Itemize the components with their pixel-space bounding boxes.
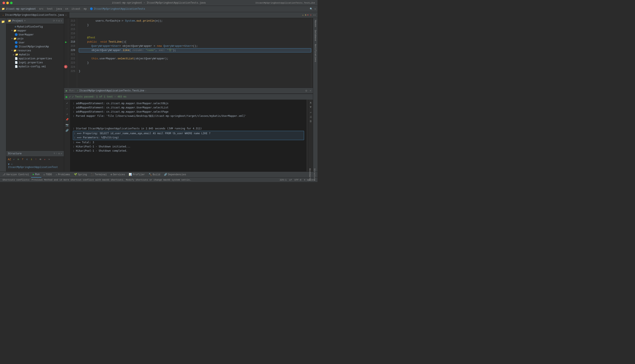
structure-sort-icon[interactable]: ↕ bbox=[56, 152, 57, 155]
run-body: ✓ ✓ ↺ 📌 📷 🔗 : addMappedStatement: cn.itc… bbox=[64, 100, 313, 172]
tree-item-itcastapp[interactable]: 🔵 ItcastMpSpringbootAp bbox=[6, 45, 64, 49]
run-collapse-icon[interactable]: ✕ bbox=[310, 89, 311, 92]
struct-filter-icon[interactable]: ⚡ bbox=[12, 158, 16, 161]
tree-item-mybatis[interactable]: ▶ 📁 mybatis bbox=[6, 53, 64, 56]
encoding[interactable]: UTF-8 bbox=[294, 179, 301, 181]
run-tab-close[interactable]: ✕ bbox=[145, 90, 146, 92]
nav-bar: 📁 itcast-mp-springboot › src › test › ja… bbox=[0, 6, 317, 12]
tree-item-usermapper[interactable]: 🔵 UserMapper bbox=[6, 33, 64, 37]
tree-item-resources[interactable]: ▼ 📁 resources bbox=[6, 49, 64, 53]
scroll-up-icon[interactable]: ▲ bbox=[310, 101, 311, 104]
tree-item-pojo[interactable]: ▼ 📁 pojo bbox=[6, 37, 64, 41]
tree-item-log4j[interactable]: 📄 log4j.properties bbox=[6, 60, 64, 64]
code-line-223: } bbox=[79, 61, 311, 65]
bottom-tab-todo[interactable]: ☑ TODO bbox=[42, 172, 54, 178]
indentation[interactable]: 4 spaces bbox=[304, 179, 315, 181]
line-num-221: 221 bbox=[68, 52, 75, 56]
bottom-tab-version-control[interactable]: ⎇ Version Control bbox=[1, 172, 31, 178]
bottom-tab-services[interactable]: ⚙ Services bbox=[109, 172, 127, 178]
status-bar: Shortcuts conflicts: Previous Method and… bbox=[0, 178, 317, 182]
cursor-position[interactable]: 225:1 bbox=[280, 179, 287, 181]
tab-close-icon[interactable]: ✕ bbox=[65, 14, 67, 16]
structure-item[interactable]: ▼ ○ ItcastMpSpringbootApplicationTest bbox=[8, 163, 58, 169]
struct-eye-icon[interactable]: 👁 bbox=[39, 158, 42, 161]
dropdown-icon[interactable]: ▼ bbox=[24, 20, 26, 22]
close-panel-icon[interactable]: ✕ bbox=[61, 19, 62, 22]
status-left: Shortcuts conflicts: Previous Method and… bbox=[3, 179, 191, 181]
bottom-tab-dependencies[interactable]: 🔗 Dependencies bbox=[162, 172, 188, 178]
collapse-icon[interactable]: ≡ bbox=[56, 19, 57, 22]
run-tab[interactable]: ✓ ItcastMpSpringbootApplicationTests.Tes… bbox=[77, 89, 146, 92]
wrap-icon[interactable]: ⇌ bbox=[310, 111, 311, 114]
title-bar-left bbox=[3, 2, 13, 4]
run-play-button[interactable]: ▶ bbox=[66, 95, 68, 99]
struct-error-icon[interactable]: ! bbox=[34, 158, 38, 161]
notifications-panel-tab[interactable]: Notifications bbox=[314, 43, 317, 63]
line-num-218: 218 bbox=[68, 40, 75, 44]
gutter-213 bbox=[64, 19, 68, 23]
run-line-3: : addMappedStatement: cn.itcast.mp.mappe… bbox=[73, 110, 304, 114]
run-link-icon[interactable]: 🔗 bbox=[65, 128, 70, 133]
tab-main-file[interactable]: ☕ ItcastMpSpringbootApplicationTests.jav… bbox=[0, 12, 69, 18]
run-check-all-icon[interactable]: ✓ bbox=[65, 106, 70, 111]
scroll-down-icon[interactable]: ▼ bbox=[310, 106, 311, 109]
bottom-tab-terminal[interactable]: ⬛ Terminal bbox=[89, 172, 109, 178]
line-num-225: 225 bbox=[68, 69, 75, 74]
breadcrumb-file[interactable]: 🔵 ItcastMpSpringbootApplicationTests bbox=[90, 7, 145, 10]
database-panel-tab[interactable]: Database bbox=[314, 29, 317, 42]
run-rerun-icon[interactable]: ↺ bbox=[65, 112, 70, 116]
sync-icon[interactable]: ⟳ bbox=[53, 19, 55, 22]
struct-method-icon[interactable]: m bbox=[16, 158, 20, 161]
bottom-tab-build[interactable]: 🔨 Build bbox=[147, 172, 162, 178]
gutter-218[interactable]: ▶ bbox=[64, 40, 68, 44]
struct-more-icon[interactable]: » bbox=[47, 158, 51, 161]
main-content: 📁 📁 Project ▼ ⟳ ≡ ⚙ ✕ ⚙ MybatisPlusConfi… bbox=[0, 18, 317, 172]
structure-header-icons[interactable]: ≡ ↕ ⚙ ✕ bbox=[54, 152, 62, 155]
sidebar-icon-project[interactable]: 📁 bbox=[1, 19, 6, 24]
tree-item-mybatis-config[interactable]: 📄 mybatis-config.xml bbox=[6, 64, 64, 68]
run-settings-icon[interactable]: ⚙ bbox=[305, 89, 307, 92]
minimize-button[interactable] bbox=[6, 2, 9, 4]
run-scrollbar[interactable] bbox=[307, 100, 308, 172]
project-panel-title: 📁 Project ▼ bbox=[8, 19, 26, 22]
settings-icon[interactable]: ⚙ bbox=[314, 8, 316, 10]
run-pin-icon[interactable]: 📌 bbox=[65, 117, 70, 122]
trash-icon[interactable]: 🗑 bbox=[310, 120, 312, 123]
code-line-225: } bbox=[79, 69, 311, 74]
struct-interface-icon[interactable]: i bbox=[30, 158, 33, 161]
tree-item-mapper[interactable]: ▼ 📁 mapper bbox=[6, 29, 64, 33]
print-icon[interactable]: 🖨 bbox=[310, 115, 312, 118]
project-name[interactable]: 📁 itcast-mp-springboot bbox=[2, 7, 36, 10]
maximize-button[interactable] bbox=[10, 2, 13, 4]
run-camera-icon[interactable]: 📷 bbox=[65, 123, 70, 127]
bottom-tab-run[interactable]: ▶ Run bbox=[31, 172, 41, 178]
structure-close-icon[interactable]: ✕ bbox=[61, 152, 62, 155]
structure-list-icon[interactable]: ≡ bbox=[54, 152, 55, 155]
panel-header-icons[interactable]: ⟳ ≡ ⚙ ✕ bbox=[53, 19, 62, 22]
tree-item-mybatisplusconfig[interactable]: ⚙ MybatisPlusConfig bbox=[6, 25, 64, 29]
unfold-icon[interactable]: ∨ bbox=[314, 14, 316, 16]
maven-panel-tab[interactable]: Maven bbox=[314, 19, 317, 28]
structure-settings-icon[interactable]: ⚙ bbox=[58, 152, 60, 155]
search-icon[interactable]: 🔍 bbox=[310, 8, 313, 10]
code-line-213: users.forEach(e-> System.out.println(e))… bbox=[79, 19, 311, 23]
run-filter-icon[interactable]: ✓ bbox=[65, 101, 70, 106]
code-content[interactable]: users.forEach(e-> System.out.println(e))… bbox=[77, 18, 311, 88]
close-button[interactable] bbox=[3, 2, 5, 4]
tree-item-user[interactable]: 🔵 User bbox=[6, 41, 64, 45]
bottom-tab-spring[interactable]: 🌱 Spring bbox=[72, 172, 89, 178]
struct-class-icon[interactable]: c bbox=[25, 158, 29, 161]
run-icon-header[interactable]: ▶ bbox=[66, 89, 67, 92]
line-ending[interactable]: LF bbox=[289, 179, 292, 181]
traffic-lights[interactable] bbox=[3, 2, 13, 4]
struct-field-icon[interactable]: f bbox=[21, 158, 25, 161]
editor-scrollbar[interactable] bbox=[311, 18, 313, 88]
tree-item-application-properties[interactable]: 📄 application.properties bbox=[6, 56, 64, 60]
nav-actions[interactable]: 🔍 ⚙ bbox=[310, 8, 316, 10]
struct-sort-alpha-icon[interactable]: AZ bbox=[8, 158, 11, 161]
bottom-tab-profiler[interactable]: 📊 Profiler bbox=[127, 172, 147, 178]
filter-icon[interactable]: ⚙ bbox=[58, 19, 60, 22]
bottom-tab-problems[interactable]: ⚠ Problems bbox=[54, 172, 72, 178]
struct-x-icon[interactable]: ✕ bbox=[43, 158, 47, 161]
fold-icon[interactable]: ∧ bbox=[313, 14, 315, 16]
